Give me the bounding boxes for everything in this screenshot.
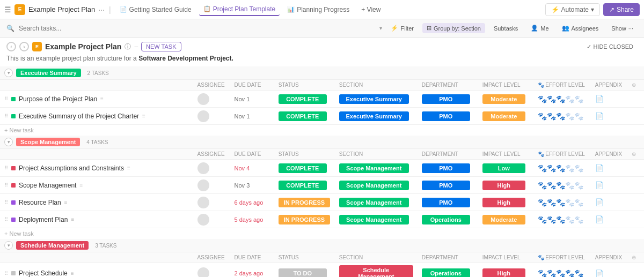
appendix-icon[interactable]: 📄 [595,198,604,206]
collapse-section-btn[interactable]: ▾ [4,241,13,250]
task-name-text[interactable]: Executive Summary of the Project Charter [19,113,139,120]
task-tag-icon[interactable]: ≡ [71,271,74,276]
subtasks-btn[interactable]: Subtasks [489,24,522,33]
avatar[interactable] [197,197,209,208]
task-name-text[interactable]: Project Schedule [19,269,68,277]
section-cell[interactable]: Schedule Management [339,265,413,277]
impact-cell[interactable]: High [482,198,525,207]
department-cell[interactable]: PMO [422,94,470,104]
avatar[interactable] [197,93,209,105]
me-btn[interactable]: 👤 Me [526,23,553,33]
task-tag-icon[interactable]: ≡ [127,165,130,171]
status-badge[interactable]: COMPLETE [279,111,327,121]
tab-planning-progress[interactable]: 📊 Planning Progress [283,4,354,16]
avatar[interactable] [197,162,209,174]
assignees-btn[interactable]: 👥 Assignees [558,23,603,33]
drag-handle-icon: ⠿ [4,96,8,102]
collapse-section-btn[interactable]: ▾ [4,138,13,146]
people-icon: 👥 [562,25,569,32]
add-task-link[interactable]: + New task [4,230,34,237]
impact-cell[interactable]: Moderate [482,111,525,121]
status-badge[interactable]: COMPLETE [279,181,327,190]
task-name-text[interactable]: Project Assumptions and Constraints [19,164,124,172]
section-cell[interactable]: Scope Management [339,181,409,190]
department-cell[interactable]: PMO [422,111,470,121]
section-cell[interactable]: Scope Management [339,163,409,173]
task-name-text[interactable]: Purpose of the Project Plan [19,95,97,103]
appendix-icon[interactable]: 📄 [595,112,604,120]
task-name-text[interactable]: Resource Plan [19,199,61,206]
add-task-link[interactable]: + New task [4,127,34,133]
search-input[interactable] [19,25,375,32]
share-button[interactable]: ↗ Share [603,3,640,16]
impact-cell[interactable]: Moderate [482,94,525,104]
section-cell[interactable]: Scope Management [339,198,409,207]
appendix-icon[interactable]: 📄 [595,95,604,103]
department-cell[interactable]: PMO [422,163,470,173]
task-tag-icon[interactable]: ≡ [100,96,104,102]
appendix-icon[interactable]: 📄 [595,269,604,278]
task-row: ⠿ Executive Summary of the Project Chart… [0,108,644,125]
appendix-icon[interactable]: 📄 [595,181,604,189]
nav-more-icon[interactable]: ··· [98,5,105,14]
col-add-header[interactable]: ⊕ [627,149,644,160]
show-btn[interactable]: Show ··· [607,24,638,33]
department-cell[interactable]: Operations [422,268,470,277]
task-table: ▾ Executive Summary 2 TASKS ASSIGNEE DUE… [0,66,644,277]
avatar[interactable] [197,267,209,277]
avatar[interactable] [197,179,209,191]
new-task-button[interactable]: NEW TASK [141,42,181,51]
impact-cell[interactable]: Moderate [482,215,525,224]
avatar[interactable] [197,214,209,226]
back-button[interactable]: ‹ [6,42,16,51]
col-assignee-header: ASSIGNEE [193,149,230,160]
status-badge[interactable]: COMPLETE [279,163,327,173]
col-add-header[interactable]: ⊕ [627,80,644,91]
task-name-text[interactable]: Deployment Plan [19,216,68,223]
status-badge[interactable]: COMPLETE [279,94,327,104]
col-task-header [0,80,193,91]
section-cell[interactable]: Executive Summary [339,111,409,121]
add-view-btn[interactable]: + View [357,4,385,16]
task-tag-icon[interactable]: ≡ [64,199,68,205]
appendix-icon[interactable]: 📄 [595,164,604,172]
add-column-icon[interactable]: ⊕ [632,151,636,157]
task-tag-icon[interactable]: ≡ [79,182,83,188]
section-cell[interactable]: Scope Management [339,215,409,224]
tab-getting-started[interactable]: 📄 Getting Started Guide [115,4,196,16]
drag-handle-icon: ⠿ [4,182,8,188]
task-name-text[interactable]: Scope Management [19,182,76,189]
forward-button[interactable]: › [19,42,29,51]
add-column-icon[interactable]: ⊕ [632,254,636,260]
impact-cell[interactable]: Low [482,163,525,173]
status-badge[interactable]: IN PROGRESS [279,198,330,207]
section-header-schedule-management: ▾ Schedule Management 3 TASKS [0,239,644,252]
department-cell[interactable]: PMO [422,181,470,190]
section-cell[interactable]: Executive Summary [339,94,409,104]
col-effort-header: 🐾 EFFORT LEVEL [533,149,591,160]
add-column-icon[interactable]: ⊕ [632,82,636,88]
info-icon[interactable]: ⓘ [125,42,131,51]
task-tag-icon[interactable]: ≡ [142,113,145,119]
automate-button[interactable]: ⚡ Automate ▾ [545,3,600,16]
status-badge[interactable]: TO DO [279,268,327,277]
appendix-icon[interactable]: 📄 [595,215,604,223]
col-add-header[interactable]: ⊕ [627,252,644,263]
department-cell[interactable]: Operations [422,215,470,224]
impact-cell[interactable]: High [482,181,525,190]
status-badge[interactable]: IN PROGRESS [279,215,330,224]
hamburger-icon[interactable]: ☰ [4,5,11,14]
task-bullet [11,114,16,118]
drag-handle-icon: ⠿ [4,165,8,171]
task-tag-icon[interactable]: ≡ [71,216,74,222]
group-by-btn[interactable]: ⊞ Group by: Section [422,23,485,33]
hide-closed-button[interactable]: ✓ HIDE CLOSED [582,42,638,51]
clipboard-icon: 📋 [203,5,211,12]
impact-cell[interactable]: High [482,268,525,277]
collapse-section-btn[interactable]: ▾ [4,69,13,77]
avatar[interactable] [197,110,209,122]
department-cell[interactable]: PMO [422,198,470,207]
filter-btn[interactable]: ⚡ Filter [386,23,418,33]
tab-project-plan[interactable]: 📋 Project Plan Template [199,3,280,16]
drag-handle-icon: ⠿ [4,113,8,119]
